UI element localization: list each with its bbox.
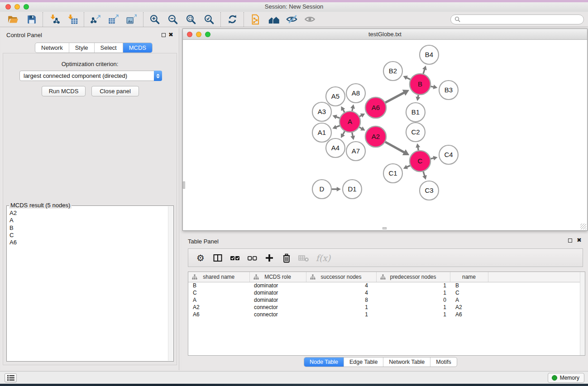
graph-node-A3[interactable]: A3 bbox=[312, 102, 331, 121]
table-scrollbar[interactable] bbox=[580, 272, 585, 355]
export-image-button[interactable] bbox=[123, 13, 141, 26]
cell[interactable]: B bbox=[450, 282, 488, 289]
tab-motifs[interactable]: Motifs bbox=[430, 357, 456, 367]
graph-node-A6[interactable]: A6 bbox=[365, 97, 386, 118]
cell[interactable]: A bbox=[188, 296, 249, 304]
graph-node-B[interactable]: B bbox=[410, 74, 430, 95]
cell[interactable]: 1 bbox=[376, 304, 450, 311]
tab-edge-table[interactable]: Edge Table bbox=[344, 357, 383, 367]
graph-edge-A6-B[interactable] bbox=[385, 93, 404, 103]
zoom-fit-button[interactable] bbox=[182, 13, 200, 26]
cell[interactable]: 4 bbox=[306, 282, 376, 289]
network-canvas[interactable]: B4B2BB3A5A8A6B1A3AC2A1A2A4A7C4CC1C3DD1 bbox=[183, 40, 587, 230]
cell[interactable]: A2 bbox=[188, 304, 249, 311]
graph-node-B3[interactable]: B3 bbox=[439, 81, 458, 100]
cell[interactable]: dominator bbox=[249, 296, 306, 304]
export-network-button[interactable] bbox=[86, 13, 105, 26]
show-panels-button[interactable] bbox=[301, 13, 319, 26]
tab-network-table[interactable]: Network Table bbox=[383, 357, 430, 367]
cell[interactable]: 0 bbox=[376, 296, 450, 304]
cell[interactable]: 1 bbox=[376, 289, 450, 296]
graph-node-B2[interactable]: B2 bbox=[383, 62, 402, 81]
graph-edge-A-A2[interactable] bbox=[359, 127, 362, 129]
network-titlebar[interactable]: testGlobe.txt bbox=[183, 29, 587, 40]
cell[interactable]: C bbox=[188, 289, 249, 296]
import-network-button[interactable] bbox=[45, 13, 63, 26]
add-column-button[interactable] bbox=[262, 251, 277, 265]
column-header-predecessor-nodes[interactable]: predecessor nodes bbox=[376, 272, 450, 282]
resize-grip-icon[interactable] bbox=[580, 224, 586, 229]
zoom-in-button[interactable] bbox=[146, 13, 164, 26]
graph-node-A4[interactable]: A4 bbox=[326, 138, 345, 157]
close-table-panel-icon[interactable]: ✖ bbox=[577, 237, 582, 243]
run-mcds-button[interactable]: Run MCDS bbox=[42, 86, 86, 96]
graph-edge-B-B4[interactable] bbox=[423, 69, 425, 74]
save-session-button[interactable] bbox=[22, 13, 40, 26]
import-table-button[interactable] bbox=[63, 13, 81, 26]
cell[interactable]: C bbox=[450, 289, 488, 296]
close-panel-icon[interactable]: ✖ bbox=[168, 31, 173, 38]
column-header-shared-name[interactable]: shared name bbox=[188, 272, 249, 282]
memory-button[interactable]: Memory bbox=[548, 373, 584, 383]
table-row[interactable]: A6connector11A6 bbox=[188, 311, 585, 318]
graph-node-D1[interactable]: D1 bbox=[343, 180, 362, 199]
cell[interactable]: 1 bbox=[306, 311, 376, 318]
table-row[interactable]: Adominator80A bbox=[188, 296, 585, 304]
network-left-scroll-thumb[interactable] bbox=[183, 181, 185, 189]
close-panel-button[interactable]: Close panel bbox=[91, 86, 139, 96]
table-row[interactable]: A2connector11A2 bbox=[188, 304, 585, 311]
function-builder-button[interactable]: f(x) bbox=[313, 251, 333, 265]
graph-edge-A2-C[interactable] bbox=[385, 142, 404, 152]
result-scrollbar[interactable] bbox=[168, 206, 173, 361]
graph-edge-A-A5[interactable] bbox=[343, 110, 344, 112]
result-item-c[interactable]: C bbox=[7, 232, 168, 239]
graph-node-C1[interactable]: C1 bbox=[383, 164, 402, 183]
result-item-b[interactable]: B bbox=[7, 224, 168, 232]
graph-node-C[interactable]: C bbox=[410, 151, 430, 172]
split-pane-button[interactable] bbox=[210, 251, 225, 265]
table-settings-button[interactable]: ⚙ bbox=[193, 251, 208, 265]
cell[interactable]: A bbox=[450, 296, 488, 304]
cell[interactable]: 4 bbox=[306, 289, 376, 296]
network-document-button[interactable] bbox=[246, 13, 264, 26]
zoom-out-button[interactable] bbox=[164, 13, 182, 26]
network-bottom-scroll-thumb[interactable] bbox=[382, 227, 387, 229]
graph-node-B1[interactable]: B1 bbox=[406, 103, 425, 122]
optimization-select[interactable]: largest connected component (directed) bbox=[19, 71, 162, 81]
refresh-button[interactable] bbox=[223, 13, 241, 26]
tab-node-table[interactable]: Node Table bbox=[304, 357, 344, 367]
delete-column-button[interactable] bbox=[279, 251, 294, 265]
graph-node-C3[interactable]: C3 bbox=[420, 181, 439, 200]
graph-edge-B-B2[interactable] bbox=[406, 77, 411, 79]
float-table-panel-icon[interactable] bbox=[568, 238, 572, 243]
task-history-button[interactable] bbox=[5, 373, 17, 382]
zoom-selected-button[interactable] bbox=[200, 13, 218, 26]
cell[interactable]: 8 bbox=[306, 296, 376, 304]
result-item-a[interactable]: A bbox=[7, 217, 168, 224]
tab-style[interactable]: Style bbox=[69, 43, 95, 52]
graph-edge-A-A1[interactable] bbox=[336, 126, 340, 127]
export-table-button[interactable] bbox=[105, 13, 123, 26]
graph-node-A[interactable]: A bbox=[339, 111, 360, 132]
cell[interactable]: 1 bbox=[306, 304, 376, 311]
graph-node-A2[interactable]: A2 bbox=[365, 126, 386, 147]
graph-edge-A-A4[interactable] bbox=[343, 131, 344, 135]
graph-node-A7[interactable]: A7 bbox=[346, 142, 365, 161]
cell[interactable]: A6 bbox=[450, 311, 488, 318]
search-input[interactable] bbox=[463, 16, 580, 23]
delete-table-button[interactable] bbox=[296, 251, 311, 265]
column-header-MCDS-role[interactable]: MCDS role bbox=[249, 272, 306, 282]
graph-edge-C-C1[interactable] bbox=[406, 166, 410, 167]
table-row[interactable]: Bdominator41B bbox=[188, 282, 585, 289]
tab-mcds[interactable]: MCDS bbox=[123, 43, 152, 52]
cell[interactable]: connector bbox=[249, 311, 306, 318]
graph-node-D[interactable]: D bbox=[312, 180, 331, 199]
graph-edge-A-A8[interactable] bbox=[352, 108, 353, 111]
graph-node-B4[interactable]: B4 bbox=[420, 45, 439, 64]
graph-node-C2[interactable]: C2 bbox=[406, 123, 425, 142]
cell[interactable]: 1 bbox=[376, 311, 450, 318]
cell[interactable]: A6 bbox=[188, 311, 249, 318]
column-header-name[interactable]: name bbox=[450, 272, 488, 282]
cell[interactable]: dominator bbox=[249, 282, 306, 289]
table-row[interactable]: Cdominator41C bbox=[188, 289, 585, 296]
